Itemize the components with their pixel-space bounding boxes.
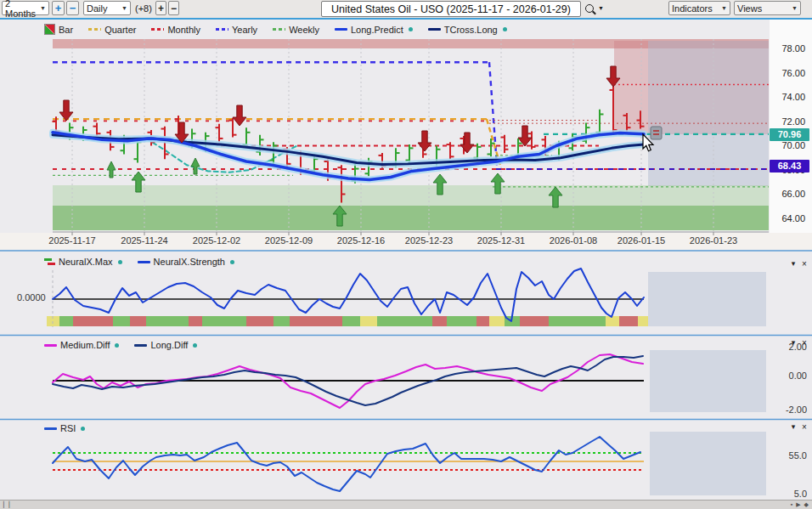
neuralx-band-cell xyxy=(447,316,476,326)
indicator-dot-icon[interactable] xyxy=(230,260,234,264)
green-light-zone xyxy=(53,185,769,206)
search-options-caret[interactable]: ▼ xyxy=(598,1,604,15)
search-icon xyxy=(585,4,594,13)
legend-label: Monthly xyxy=(167,25,200,35)
trading-app-window: { "toolbar": { "range_select": "2 Months… xyxy=(0,0,812,509)
legend-item-medium-diff[interactable]: Medium.Diff xyxy=(44,340,119,350)
neuralx-band-cell xyxy=(520,316,549,326)
neuralx-band-cell xyxy=(273,316,290,326)
indicator-dot-icon[interactable] xyxy=(115,343,119,348)
line-legend-icon xyxy=(428,28,441,31)
range-zoom-in-button[interactable]: + xyxy=(52,1,65,15)
neuralx-band-cell xyxy=(189,316,202,326)
legend-item-tcross-long[interactable]: TCross.Long xyxy=(428,25,507,35)
date-tick-label: 2025-12-09 xyxy=(253,235,324,246)
neuralx-zero-label: 0.0000 xyxy=(17,292,46,303)
legend-item-quarter[interactable]: Quarter xyxy=(88,25,136,35)
neuralx-band-cell xyxy=(489,316,505,326)
views-button[interactable]: Views ▼ xyxy=(734,1,801,15)
legend-label: Medium.Diff xyxy=(60,340,110,350)
date-tick-label: 2025-11-24 xyxy=(109,235,180,246)
status-bar: ▏▏ ▪▶◆ xyxy=(0,500,812,509)
diff-close-button[interactable]: × xyxy=(799,338,809,348)
legend-item-neuralx-max[interactable]: NeuralX.Max xyxy=(44,257,122,267)
diff-collapse-button[interactable]: ▾ xyxy=(788,338,798,347)
resize-marks: ▏▏ xyxy=(3,501,14,508)
date-tick-label: 2025-12-23 xyxy=(393,235,465,246)
price-tick-label: 74.00 xyxy=(771,92,805,102)
legend-label: Bar xyxy=(59,25,73,35)
chevron-down-icon: ▼ xyxy=(792,5,798,11)
legend-item-yearly[interactable]: Yearly xyxy=(216,25,257,35)
status-icons[interactable]: ▪▶◆ xyxy=(787,501,809,508)
price-badge-tcross: 70.96 xyxy=(770,128,809,141)
neuralx-close-button[interactable]: × xyxy=(799,259,809,269)
rsi-axis-label: 5.0 xyxy=(780,489,807,499)
dashed-line-icon xyxy=(273,28,285,31)
price-tick-label: 72.00 xyxy=(771,116,805,127)
range-select[interactable]: 2 Months ▼ xyxy=(2,1,49,15)
indicator-dot-icon[interactable] xyxy=(193,343,197,348)
neuralx-band-cell xyxy=(476,316,489,326)
rsi-panel-legend: RSI xyxy=(44,423,85,433)
drag-handle[interactable] xyxy=(651,127,662,139)
bars-added-label: (+8) xyxy=(135,1,152,15)
diff-future-zone xyxy=(650,350,766,412)
indicator-dot-icon[interactable] xyxy=(409,27,413,31)
date-tick-label: 2026-01-15 xyxy=(606,235,677,246)
toolbar: 2 Months ▼ + − Daily ▼ (+8) + − ▼ Indica… xyxy=(0,0,812,20)
indicators-button-label: Indicators xyxy=(672,3,713,14)
date-tick-label: 2025-12-31 xyxy=(465,235,537,246)
line-legend-icon xyxy=(44,344,57,347)
range-select-value: 2 Months xyxy=(5,0,37,19)
views-button-label: Views xyxy=(737,3,762,14)
legend-label: TCross.Long xyxy=(444,25,498,35)
status-icon[interactable]: ▶ xyxy=(796,501,800,507)
date-tick-label: 2026-01-23 xyxy=(678,235,749,246)
add-bar-button[interactable]: + xyxy=(155,1,166,15)
legend-label: Long.Predict xyxy=(351,25,403,35)
period-select[interactable]: Daily ▼ xyxy=(83,1,131,15)
legend-label: Quarter xyxy=(104,25,136,35)
diff-axis-label: -2.00 xyxy=(780,404,807,415)
indicator-dot-icon[interactable] xyxy=(503,27,507,31)
legend-item-rsi[interactable]: RSI xyxy=(44,423,85,433)
neuralx-max-icon xyxy=(44,258,55,266)
neuralx-collapse-button[interactable]: ▾ xyxy=(788,259,798,268)
range-zoom-out-button[interactable]: − xyxy=(66,1,79,15)
legend-item-monthly[interactable]: Monthly xyxy=(151,25,200,35)
neuralx-band-cell xyxy=(377,316,432,326)
status-icon[interactable]: ▪ xyxy=(791,501,792,507)
series-neuralx-strength xyxy=(53,269,644,321)
search-button[interactable] xyxy=(585,1,594,15)
price-tick-label: 66.00 xyxy=(771,189,805,199)
symbol-search-input[interactable] xyxy=(321,1,581,17)
legend-label: RSI xyxy=(60,423,76,433)
resize-mark-icon: ▏ xyxy=(8,501,13,507)
remove-bar-button[interactable]: − xyxy=(168,1,179,15)
chart-canvas xyxy=(0,0,812,509)
rsi-close-button[interactable]: × xyxy=(799,422,809,432)
neuralx-band-cell xyxy=(549,316,606,326)
green-strong-zone xyxy=(53,206,769,230)
legend-item-long-diff[interactable]: Long.Diff xyxy=(134,340,197,350)
rsi-collapse-button[interactable]: ▾ xyxy=(788,422,798,431)
indicators-button[interactable]: Indicators ▼ xyxy=(668,1,730,15)
neuralx-band-cell xyxy=(638,316,648,326)
dashed-line-icon xyxy=(216,28,228,31)
price-tick-label: 64.00 xyxy=(771,213,805,223)
line-legend-icon xyxy=(134,344,147,347)
neuralx-future-zone xyxy=(648,272,766,326)
legend-item-weekly[interactable]: Weekly xyxy=(273,25,319,35)
neuralx-band-cell xyxy=(290,316,342,326)
neuralx-band-cell xyxy=(130,316,146,326)
status-icon[interactable]: ◆ xyxy=(804,501,809,507)
indicator-dot-icon[interactable] xyxy=(81,427,85,431)
chevron-down-icon: ▼ xyxy=(121,5,127,11)
legend-label: Yearly xyxy=(232,25,257,35)
date-tick-label: 2026-01-08 xyxy=(538,235,609,246)
legend-item-long-predict[interactable]: Long.Predict xyxy=(335,25,413,35)
indicator-dot-icon[interactable] xyxy=(118,260,122,264)
legend-item-bar[interactable]: Bar xyxy=(44,24,73,35)
legend-item-neuralx-strength[interactable]: NeuralX.Strength xyxy=(138,257,234,267)
